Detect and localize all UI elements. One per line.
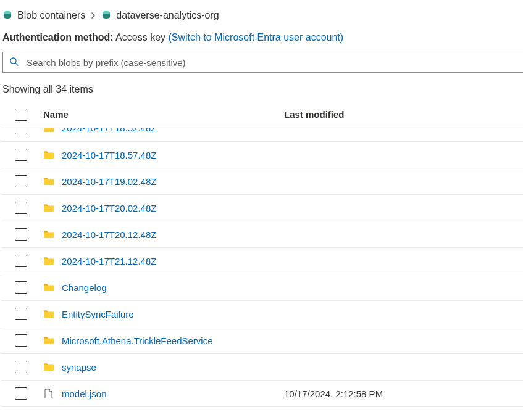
search-icon xyxy=(9,57,19,68)
table-row: 2024-10-17T21.12.48Z xyxy=(1,248,523,274)
table-row: Microsoft.Athena.TrickleFeedService xyxy=(1,327,523,354)
folder-link[interactable]: 2024-10-17T18.57.48Z xyxy=(62,150,156,160)
folder-icon xyxy=(43,256,54,266)
column-header-last-modified[interactable]: Last modified xyxy=(274,109,523,120)
table-row: Changelog xyxy=(1,274,523,301)
breadcrumb: Blob containers dataverse-analytics-org xyxy=(1,2,523,30)
auth-method-label: Authentication method: xyxy=(2,32,114,43)
breadcrumb-current-label: dataverse-analytics-org xyxy=(116,10,219,21)
folder-icon xyxy=(43,203,54,213)
folder-icon xyxy=(43,176,54,186)
row-checkbox[interactable] xyxy=(15,228,27,241)
folder-link[interactable]: Microsoft.Athena.TrickleFeedService xyxy=(62,336,213,346)
row-checkbox[interactable] xyxy=(15,361,27,373)
breadcrumb-current: dataverse-analytics-org xyxy=(101,10,219,21)
table-row: 2024-10-17T20.12.48Z xyxy=(1,221,523,248)
folder-link[interactable]: 2024-10-17T20.12.48Z xyxy=(62,229,156,240)
folder-link[interactable]: EntitySyncFailure xyxy=(62,309,134,319)
table-header: Name Last modified xyxy=(1,101,523,128)
folder-link[interactable]: 2024-10-17T20.02.48Z xyxy=(62,203,156,213)
folder-icon xyxy=(43,336,54,345)
folder-link[interactable]: 2024-10-17T21.12.48Z xyxy=(62,256,156,266)
container-icon xyxy=(101,10,111,20)
breadcrumb-parent-label: Blob containers xyxy=(17,10,85,21)
row-checkbox[interactable] xyxy=(15,334,27,347)
table-row: 2024-10-17T19.02.48Z xyxy=(1,168,523,195)
switch-auth-link[interactable]: (Switch to Microsoft Entra user account) xyxy=(168,32,343,43)
row-checkbox[interactable] xyxy=(15,149,27,161)
row-checkbox[interactable] xyxy=(15,281,27,294)
blob-table: Name Last modified 2024-10-17T18.52.48Z2… xyxy=(1,101,523,407)
last-modified-cell: 10/17/2024, 2:12:58 PM xyxy=(284,389,383,399)
row-checkbox[interactable] xyxy=(15,255,27,267)
folder-icon xyxy=(43,282,54,292)
folder-link[interactable]: synapse xyxy=(62,362,96,373)
file-link[interactable]: model.json xyxy=(62,389,107,399)
table-row: 2024-10-17T18.52.48Z xyxy=(1,128,523,142)
row-checkbox[interactable] xyxy=(15,202,27,214)
folder-icon xyxy=(43,128,54,133)
auth-method-row: Authentication method: Access key (Switc… xyxy=(1,30,523,52)
file-icon xyxy=(43,389,54,398)
chevron-right-icon xyxy=(90,10,96,20)
select-all-checkbox[interactable] xyxy=(15,109,27,121)
search-input[interactable] xyxy=(25,57,517,68)
folder-link[interactable]: 2024-10-17T18.52.48Z xyxy=(62,128,156,133)
folder-icon xyxy=(43,229,54,239)
folder-link[interactable]: 2024-10-17T19.02.48Z xyxy=(62,176,156,187)
breadcrumb-parent-link[interactable]: Blob containers xyxy=(2,10,85,21)
auth-method-value: Access key xyxy=(115,32,165,43)
table-row: synapse xyxy=(1,354,523,381)
folder-icon xyxy=(43,362,54,372)
table-row: model.json10/17/2024, 2:12:58 PM xyxy=(1,381,523,407)
row-checkbox[interactable] xyxy=(15,387,27,400)
row-checkbox[interactable] xyxy=(15,175,27,187)
folder-icon xyxy=(43,150,54,160)
svg-point-3 xyxy=(103,11,110,14)
container-icon xyxy=(2,10,12,20)
table-row: 2024-10-17T20.02.48Z xyxy=(1,195,523,221)
column-header-name[interactable]: Name xyxy=(41,109,274,120)
table-row: 2024-10-17T18.57.48Z xyxy=(1,142,523,168)
svg-point-1 xyxy=(4,11,11,14)
result-count: Showing all 34 items xyxy=(1,79,523,97)
row-checkbox[interactable] xyxy=(15,308,27,320)
search-box[interactable] xyxy=(2,52,523,73)
svg-line-5 xyxy=(15,63,18,65)
table-row: EntitySyncFailure xyxy=(1,301,523,327)
row-checkbox[interactable] xyxy=(15,128,27,134)
folder-icon xyxy=(43,309,54,319)
folder-link[interactable]: Changelog xyxy=(62,282,107,293)
